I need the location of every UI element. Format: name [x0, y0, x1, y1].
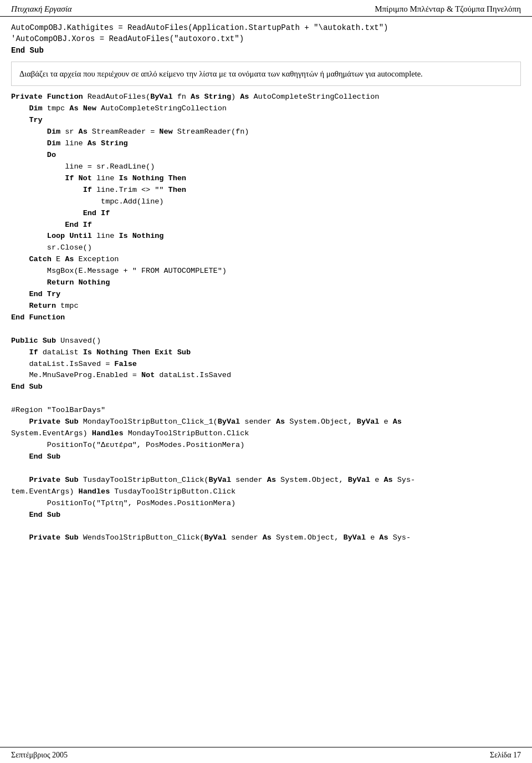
code-line-0: Private Function ReadAutoFiles(ByVal fn …: [11, 93, 379, 101]
code-line-blank4: [11, 522, 16, 530]
page-footer: Σεπτέμβριος 2005 Σελίδα 17: [0, 747, 532, 763]
code-line-5: Do: [11, 151, 56, 159]
code-line-9: tmpc.Add(line): [11, 197, 163, 206]
code-line-8: If line.Trim <> "" Then: [11, 186, 186, 194]
code-line-12: Loop Until line Is Nothing: [11, 232, 163, 240]
page-content: AutoCompOBJ.Kathigites = ReadAutoFiles(A…: [0, 17, 532, 558]
code-line-22: dataList.IsSaved = False: [11, 360, 137, 368]
page-header: Πτυχιακή Εργασία Μπίριμπο Μπλένταρ & Τζο…: [0, 0, 532, 17]
code-line-blank2: [11, 394, 16, 403]
preamble-code: AutoCompOBJ.Kathigites = ReadAutoFiles(A…: [11, 22, 521, 56]
code-line-28: PositionTo("Δευτέρα", PosModes.PositionM…: [11, 441, 244, 449]
code-line-15: MsgBox(E.Message + " FROM AUTOCOMPLETE"): [11, 267, 227, 275]
code-line-13: sr.Close(): [11, 243, 92, 252]
code-line-23: Me.MnuSaveProg.Enabled = Not dataList.Is…: [11, 371, 231, 379]
code-line-blank1: [11, 325, 16, 333]
description-box: Διαβάζει τα αρχεία που περιέχουν σε απλό…: [11, 62, 521, 86]
preamble-line2: 'AutoCompOBJ.Xoros = ReadAutoFiles("auto…: [11, 33, 521, 44]
code-line-32: PositionTo("Τρίτη", PosModes.PositionMer…: [11, 499, 236, 507]
code-line-17: End Try: [11, 290, 60, 298]
main-code-block: Private Function ReadAutoFiles(ByVal fn …: [11, 91, 521, 544]
code-line-7: If Not line Is Nothing Then: [11, 174, 186, 182]
code-line-11: End If: [11, 221, 92, 229]
code-line-33: End Sub: [11, 511, 60, 519]
code-line-27: System.EventArgs) Handles MondayToolStri…: [11, 429, 249, 438]
code-line-4: Dim line As String: [11, 139, 128, 147]
code-line-25: #Region "ToolBarDays": [11, 406, 105, 414]
footer-right: Σελίδα 17: [490, 751, 521, 760]
code-line-2: Try: [11, 116, 43, 124]
code-line-18: Return tmpc: [11, 302, 79, 310]
code-line-21: If dataList Is Nothing Then Exit Sub: [11, 348, 191, 357]
code-line-1: Dim tmpc As New AutoCompleteStringCollec…: [11, 104, 227, 113]
code-line-34: Private Sub WendsToolStripButton_Click(B…: [11, 533, 411, 542]
code-line-30: Private Sub TusdayToolStripButton_Click(…: [11, 476, 415, 484]
preamble-end-sub: End Sub: [11, 45, 521, 56]
code-line-29: End Sub: [11, 452, 60, 461]
preamble-line1: AutoCompOBJ.Kathigites = ReadAutoFiles(A…: [11, 22, 521, 33]
code-line-14: Catch E As Exception: [11, 255, 119, 263]
code-line-24: End Sub: [11, 383, 43, 391]
header-right: Μπίριμπο Μπλένταρ & Τζούμπα Πηνελόπη: [375, 4, 521, 14]
code-line-26: Private Sub MondayToolStripButton_Click_…: [11, 418, 402, 426]
code-line-6: line = sr.ReadLine(): [11, 162, 155, 171]
code-line-20: Public Sub Unsaved(): [11, 337, 101, 345]
code-line-3: Dim sr As StreamReader = New StreamReade…: [11, 128, 249, 136]
code-line-10: End If: [11, 209, 110, 217]
code-line-31: tem.EventArgs) Handles TusdayToolStripBu…: [11, 487, 236, 496]
footer-left: Σεπτέμβριος 2005: [11, 751, 68, 760]
code-line-blank3: [11, 464, 16, 472]
header-left: Πτυχιακή Εργασία: [11, 4, 72, 14]
code-line-19: End Function: [11, 313, 65, 322]
description-text: Διαβάζει τα αρχεία που περιέχουν σε απλό…: [19, 69, 423, 78]
code-line-16: Return Nothing: [11, 278, 110, 287]
